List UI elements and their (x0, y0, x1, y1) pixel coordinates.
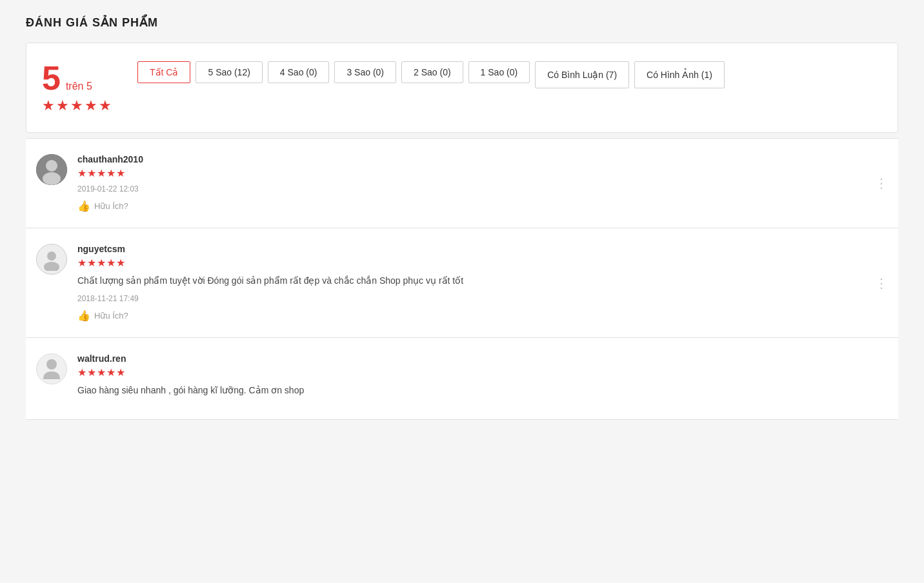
svg-point-4 (44, 262, 59, 271)
filter-1-sao[interactable]: 1 Sao (0) (468, 61, 530, 83)
star-2: ★ (56, 97, 69, 114)
review-body: waltrud.ren ★ ★ ★ ★ ★ Giao hàng siêu nha… (77, 353, 888, 404)
review-star: ★ (106, 366, 115, 379)
review-body: nguyetcsm ★ ★ ★ ★ ★ Chất lượng sản phẩm … (77, 244, 888, 322)
helpful-row: 👍 Hữu Ích? (77, 310, 888, 322)
review-star: ★ (97, 167, 106, 179)
review-star: ★ (116, 167, 125, 179)
review-star: ★ (106, 167, 115, 179)
avatar (36, 353, 67, 384)
helpful-label[interactable]: Hữu Ích? (94, 201, 128, 211)
filter-buttons-container: Tất Cả 5 Sao (12) 4 Sao (0) 3 Sao (0) 2 … (137, 61, 882, 88)
review-star: ★ (77, 257, 86, 269)
reviews-list: chauthanh2010 ★ ★ ★ ★ ★ 2019-01-22 12:03… (26, 138, 898, 420)
summary-stars: ★ ★ ★ ★ ★ (42, 97, 112, 114)
page-title: ĐÁNH GIÁ SẢN PHẨM (26, 15, 898, 30)
review-star: ★ (116, 257, 125, 269)
filter-row-1: Tất Cả 5 Sao (12) 4 Sao (0) 3 Sao (0) 2 … (137, 61, 530, 83)
review-item: chauthanh2010 ★ ★ ★ ★ ★ 2019-01-22 12:03… (26, 138, 898, 228)
review-star: ★ (106, 257, 115, 269)
review-star: ★ (87, 257, 96, 269)
review-star: ★ (77, 167, 86, 179)
review-star: ★ (87, 167, 96, 179)
review-body: chauthanh2010 ★ ★ ★ ★ ★ 2019-01-22 12:03… (77, 154, 888, 212)
star-3: ★ (70, 97, 83, 114)
filter-row-2: Có Bình Luận (7) Có Hình Ảnh (1) (535, 61, 725, 88)
star-1: ★ (42, 97, 55, 114)
star-4: ★ (85, 97, 97, 114)
review-star: ★ (97, 366, 106, 379)
filter-co-hinh-anh[interactable]: Có Hình Ảnh (1) (634, 61, 725, 88)
avatar (36, 154, 67, 185)
review-star: ★ (87, 366, 96, 379)
svg-point-1 (46, 160, 57, 172)
review-stars: ★ ★ ★ ★ ★ (77, 167, 888, 179)
rating-score: 5 trên 5 ★ ★ ★ ★ ★ (42, 61, 119, 114)
filter-co-binh-luan[interactable]: Có Bình Luận (7) (535, 61, 629, 88)
star-5: ★ (99, 97, 112, 114)
review-item: nguyetcsm ★ ★ ★ ★ ★ Chất lượng sản phẩm … (26, 228, 898, 338)
rating-summary-box: 5 trên 5 ★ ★ ★ ★ ★ Tất Cả 5 Sao (12) 4 S… (26, 43, 898, 133)
reviewer-name: chauthanh2010 (77, 154, 888, 164)
filter-4-sao[interactable]: 4 Sao (0) (268, 61, 330, 83)
review-date: 2018-11-21 17:49 (77, 294, 888, 303)
review-text: Giao hàng siêu nhanh , gói hàng kĩ lưỡng… (77, 384, 888, 397)
svg-point-2 (43, 172, 61, 185)
helpful-row: 👍 Hữu Ích? (77, 200, 888, 212)
helpful-label[interactable]: Hữu Ích? (94, 311, 128, 321)
avatar (36, 244, 67, 275)
thumbs-up-icon: 👍 (77, 200, 90, 212)
filter-3-sao[interactable]: 3 Sao (0) (334, 61, 396, 83)
reviewer-name: waltrud.ren (77, 353, 888, 364)
score-label: trên 5 (66, 81, 92, 92)
more-options-icon[interactable]: ⋮ (875, 175, 888, 191)
filter-5-sao[interactable]: 5 Sao (12) (196, 61, 262, 83)
svg-point-3 (47, 252, 56, 261)
score-number: 5 (42, 61, 61, 95)
review-star: ★ (77, 366, 86, 379)
reviewer-name: nguyetcsm (77, 244, 888, 254)
thumbs-up-icon: 👍 (77, 310, 90, 322)
more-options-icon[interactable]: ⋮ (875, 275, 888, 291)
review-stars: ★ ★ ★ ★ ★ (77, 366, 888, 379)
filter-2-sao[interactable]: 2 Sao (0) (401, 61, 463, 83)
review-date: 2019-01-22 12:03 (77, 184, 888, 193)
review-stars: ★ ★ ★ ★ ★ (77, 257, 888, 269)
svg-point-5 (46, 359, 57, 370)
review-item: waltrud.ren ★ ★ ★ ★ ★ Giao hàng siêu nha… (26, 338, 898, 420)
filter-tat-ca[interactable]: Tất Cả (137, 61, 190, 83)
review-star: ★ (97, 257, 106, 269)
review-text: Chất lượng sản phẩm tuyệt vời Đóng gói s… (77, 274, 888, 288)
review-star: ★ (116, 366, 125, 379)
